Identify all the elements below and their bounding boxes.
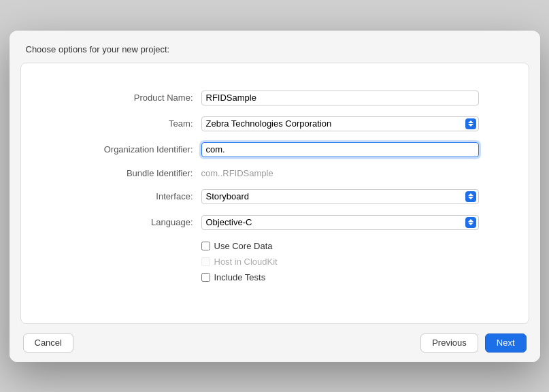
use-core-data-row: Use Core Data [201,241,479,251]
include-tests-row: Include Tests [201,272,479,282]
cancel-button[interactable]: Cancel [23,333,73,353]
interface-row: Interface: Storyboard SwiftUI [71,189,479,204]
team-label: Team: [71,118,193,129]
interface-label: Interface: [71,191,193,201]
bundle-identifier-label: Bundle Identifier: [71,168,193,178]
product-name-label: Product Name: [71,93,193,103]
use-core-data-checkbox[interactable] [201,242,210,250]
language-select[interactable]: Objective-C Swift [201,215,479,230]
team-select-wrapper: Zebra Technologies Corporation [201,116,479,131]
product-name-row: Product Name: [71,91,479,105]
org-identifier-row: Organization Identifier: [71,142,479,157]
footer-left: Cancel [23,333,73,353]
footer-right: Previous Next [420,333,526,353]
previous-button[interactable]: Previous [420,333,478,353]
org-identifier-label: Organization Identifier: [71,144,193,154]
language-row: Language: Objective-C Swift [71,215,479,230]
language-label: Language: [71,217,193,227]
use-core-data-label: Use Core Data [214,241,273,251]
dialog-header: Choose options for your new project: [10,31,540,63]
interface-select-wrapper: Storyboard SwiftUI [201,189,479,204]
bundle-identifier-row: Bundle Identifier: com..RFIDSample [71,168,479,178]
include-tests-label: Include Tests [214,272,266,282]
dialog-content: Product Name: Team: Zebra Technologies C… [20,63,529,324]
org-identifier-input[interactable] [201,142,479,157]
team-select[interactable]: Zebra Technologies Corporation [201,116,479,131]
dialog-header-text: Choose options for your new project: [26,44,170,54]
form-area: Product Name: Team: Zebra Technologies C… [71,91,479,282]
next-button[interactable]: Next [485,333,527,353]
language-select-wrapper: Objective-C Swift [201,215,479,230]
checkboxes-area: Use Core Data Host in CloudKit Include T… [201,241,479,282]
dialog-footer: Cancel Previous Next [10,324,540,362]
include-tests-checkbox[interactable] [201,273,210,282]
new-project-dialog: Choose options for your new project: Pro… [10,31,540,362]
product-name-input[interactable] [201,91,479,105]
host-in-cloudkit-row: Host in CloudKit [201,257,479,267]
host-in-cloudkit-checkbox[interactable] [201,257,210,266]
bundle-identifier-value: com..RFIDSample [201,168,479,178]
team-row: Team: Zebra Technologies Corporation [71,116,479,131]
interface-select[interactable]: Storyboard SwiftUI [201,189,479,204]
host-in-cloudkit-label: Host in CloudKit [214,257,278,267]
